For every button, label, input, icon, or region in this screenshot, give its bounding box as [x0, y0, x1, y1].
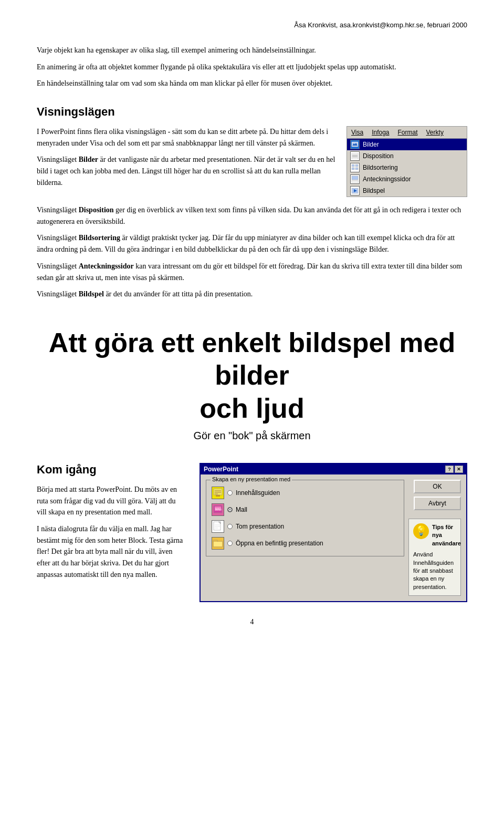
big-title-line1: Att göra ett enkelt bildspel med bilder … — [37, 326, 467, 425]
menu-item-bilder[interactable]: Bilder — [347, 139, 467, 150]
visningslagen-section: Visningslägen I PowerPoint finns flera o… — [37, 105, 467, 300]
header-text: Åsa Kronkvist, asa.kronkvist@komp.hkr.se… — [294, 21, 467, 29]
svg-rect-7 — [352, 164, 354, 167]
big-title-text2: och ljud — [200, 393, 304, 424]
menu-item-bildsortering[interactable]: Bildsortering — [347, 162, 467, 173]
bildspel-icon — [350, 186, 360, 195]
disposition-label: Disposition — [363, 152, 394, 160]
dialog-ok-button[interactable]: OK — [414, 480, 461, 493]
dialog-close-button[interactable]: ✕ — [455, 466, 463, 473]
radio-item-tom[interactable]: Tom presentation — [211, 518, 400, 535]
bildsortering-icon — [350, 163, 360, 172]
svg-rect-12 — [352, 180, 358, 182]
radio-item-oppna[interactable]: Öppna en befintlig presentation — [211, 535, 400, 552]
kom-igang-heading: Kom igång — [37, 463, 184, 477]
vl-p5-bold: Anteckningssidor — [79, 262, 134, 270]
intro-para1: Varje objekt kan ha egenskaper av olika … — [37, 45, 467, 56]
svg-rect-8 — [355, 164, 358, 167]
dialog-title-text: PowerPoint — [204, 466, 238, 473]
tip-icon-row: 💡 Tips för nya användare — [413, 523, 456, 548]
svg-rect-9 — [352, 168, 354, 170]
anteckningssidor-icon — [350, 174, 360, 184]
radio-item-mall[interactable]: MALL Mall — [211, 501, 400, 518]
intro-para3: En händelseinställning talar om vad som … — [37, 78, 467, 89]
tip-title: Tips för nya användare — [432, 523, 461, 548]
dialog-avbryt-button[interactable]: Avbryt — [414, 497, 461, 510]
menu-bar: Visa Infoga Format Verkty — [347, 127, 467, 139]
vl-p3-prefix: Visningsläget — [37, 206, 79, 214]
menu-verkty[interactable]: Verkty — [424, 128, 446, 137]
svg-rect-11 — [352, 176, 358, 180]
vl-p3-bold: Disposition — [79, 206, 114, 214]
vl-p5-prefix: Visningsläget — [37, 262, 79, 270]
bildsortering-label: Bildsortering — [363, 164, 398, 171]
radio-oppna[interactable] — [227, 541, 233, 546]
dialog-inner-right: OK Avbryt 💡 Tips för nya användare Använ… — [408, 480, 461, 596]
radio-tom[interactable] — [227, 524, 233, 529]
dialog-title-buttons: ? ✕ — [445, 466, 463, 473]
page: Åsa Kronkvist, asa.kronkvist@komp.hkr.se… — [0, 0, 504, 816]
bildspel-label: Bildspel — [363, 187, 385, 194]
page-header: Åsa Kronkvist, asa.kronkvist@komp.hkr.se… — [37, 21, 467, 29]
svg-rect-31 — [214, 542, 222, 546]
kom-igang-para1: Börja med att starta PowerPoint. Du möts… — [37, 484, 184, 518]
visningslagen-para5: Visningsläget Anteckningssidor kan vara … — [37, 261, 467, 283]
big-title-text1: Att göra ett enkelt bildspel med bilder — [49, 327, 455, 390]
kom-igang-section: Kom igång Börja med att starta PowerPoin… — [37, 463, 467, 602]
kom-igang-left: Kom igång Börja med att starta PowerPoin… — [37, 463, 184, 602]
radio-oppna-label: Öppna en befintlig presentation — [236, 540, 323, 547]
powerpoint-dialog: PowerPoint ? ✕ Skapa en ny presentation … — [200, 463, 467, 602]
vl-p2-bold: Bilder — [79, 156, 98, 163]
svg-rect-10 — [355, 168, 358, 170]
vl-p6-bold: Bildspel — [79, 290, 104, 298]
big-subtitle: Gör en "bok" på skärmen — [37, 430, 467, 442]
visningslagen-para4: Visningsläget Bildsortering är väldigt p… — [37, 232, 467, 255]
menu-screenshot: Visa Infoga Format Verkty — [346, 126, 467, 197]
radio-innehallsguiden[interactable] — [227, 490, 233, 495]
dialog-group-box: Skapa en ny presentation med — [206, 480, 404, 556]
radio-mall[interactable] — [227, 507, 233, 512]
intro-para2: En animering är ofta att objektet kommer… — [37, 61, 467, 73]
kom-igang-para2: I nästa dialogruta får du välja en mall.… — [37, 523, 184, 580]
tom-icon — [212, 520, 224, 533]
page-number: 4 — [37, 618, 467, 626]
visningslagen-para6: Visningsläget Bildspel är det du använde… — [37, 288, 467, 300]
disposition-icon — [350, 151, 360, 161]
radio-innehallsguiden-label: Innehållsguiden — [236, 489, 280, 497]
vl-p6-suffix: är det du använder för att titta på din … — [104, 290, 253, 298]
visningslagen-heading: Visningslägen — [37, 105, 467, 119]
bilder-icon — [350, 140, 360, 149]
menu-visa[interactable]: Visa — [349, 128, 365, 137]
menu-item-anteckningssidor[interactable]: Anteckningssidor — [347, 173, 467, 185]
dialog-help-button[interactable]: ? — [445, 466, 454, 473]
dialog-inner-left: Skapa en ny presentation med — [206, 480, 404, 596]
svg-text:MALL: MALL — [215, 508, 222, 511]
dialog-area: PowerPoint ? ✕ Skapa en ny presentation … — [200, 463, 467, 602]
dialog-body: Skapa en ny presentation med — [201, 474, 466, 601]
menu-item-bildspel[interactable]: Bildspel — [347, 185, 467, 197]
svg-rect-30 — [213, 540, 217, 542]
menu-infoga[interactable]: Infoga — [370, 128, 391, 137]
oppna-icon — [212, 537, 224, 550]
anteckningssidor-label: Anteckningssidor — [363, 175, 411, 183]
visningslagen-para2: Visningsläget Bilder är det vanligaste n… — [37, 154, 336, 188]
menu-item-disposition[interactable]: Disposition — [347, 150, 467, 162]
dialog-inner-row: Skapa en ny presentation med — [206, 480, 461, 596]
tip-bulb-icon: 💡 — [413, 523, 429, 539]
dialog-tip-panel: 💡 Tips för nya användare Använd Innehåll… — [408, 519, 461, 596]
radio-mall-label: Mall — [236, 506, 247, 513]
vl-p4-bold: Bildsortering — [79, 234, 120, 242]
visningslagen-text-left: I PowerPoint finns flera olika visningsl… — [37, 126, 336, 197]
innehallsguiden-icon — [212, 487, 224, 499]
bilder-label: Bilder — [363, 141, 379, 148]
visningslagen-para1: I PowerPoint finns flera olika visningsl… — [37, 126, 336, 149]
visningslagen-content: I PowerPoint finns flera olika visningsl… — [37, 126, 467, 197]
mall-icon: MALL — [212, 503, 224, 516]
tip-text: Använd Innehållsguiden för att snabbast … — [413, 551, 456, 591]
big-title-section: Att göra ett enkelt bildspel med bilder … — [37, 326, 467, 442]
dialog-title-bar: PowerPoint ? ✕ — [201, 464, 466, 474]
menu-format[interactable]: Format — [396, 128, 420, 137]
radio-item-innehallsguiden[interactable]: Innehållsguiden — [211, 484, 400, 501]
intro-section: Varje objekt kan ha egenskaper av olika … — [37, 45, 467, 89]
vl-p6-prefix: Visningsläget — [37, 290, 79, 298]
